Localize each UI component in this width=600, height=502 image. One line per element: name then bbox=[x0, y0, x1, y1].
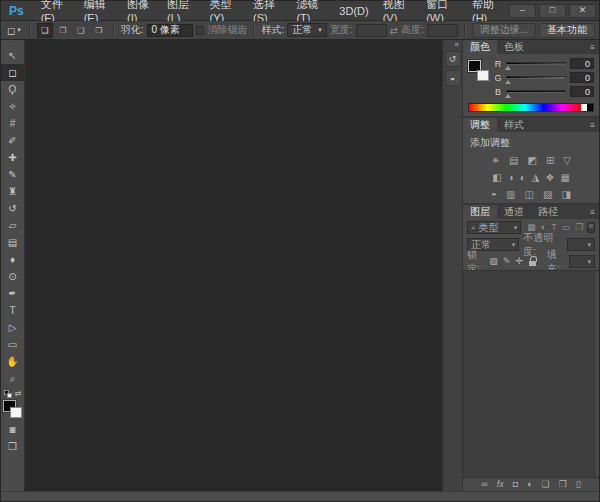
feather-input[interactable]: 0 像素 bbox=[147, 24, 194, 37]
healing-brush-tool[interactable]: ✚ bbox=[1, 149, 24, 166]
style-select[interactable]: 正常 ▾ bbox=[287, 23, 327, 37]
layer-filter-kind-select[interactable]: ⌕ 类型 ▾ bbox=[467, 221, 521, 234]
layer-style-button[interactable]: fx bbox=[497, 480, 504, 489]
black-white-icon[interactable]: ◐ bbox=[520, 173, 526, 183]
maximize-button[interactable]: □ bbox=[539, 4, 566, 18]
channel-value-input[interactable]: 0 bbox=[570, 86, 594, 97]
new-layer-button[interactable]: ❐ bbox=[559, 480, 567, 489]
zoom-tool[interactable]: ⌕ bbox=[1, 370, 24, 387]
toolbar-grip[interactable]: ∙∙∙∙ bbox=[1, 40, 24, 47]
intersect-selection-button[interactable]: ❒ bbox=[91, 23, 107, 38]
screen-mode-button[interactable]: ❐ bbox=[8, 438, 17, 454]
panel-color-swatches[interactable] bbox=[468, 60, 489, 81]
tab-adjustments[interactable]: 调整 bbox=[463, 118, 497, 132]
default-colors-icon[interactable] bbox=[4, 390, 12, 398]
dodge-tool[interactable]: ⊙ bbox=[1, 268, 24, 285]
color-panel-menu-icon[interactable]: ≡ bbox=[586, 40, 599, 54]
eyedropper-tool[interactable]: ✐ bbox=[1, 132, 24, 149]
rect-marquee-tool[interactable]: ◻ bbox=[1, 64, 24, 81]
brightness-contrast-icon[interactable]: ☀ bbox=[491, 156, 500, 166]
exposure-icon[interactable]: ⊞ bbox=[546, 156, 554, 166]
workspace-button[interactable]: 基本功能 bbox=[539, 23, 595, 38]
expand-panels-icon[interactable]: « bbox=[455, 40, 462, 51]
new-selection-button[interactable]: ❏ bbox=[37, 23, 53, 38]
hue-saturation-icon[interactable]: ◧ bbox=[492, 173, 501, 183]
filter-smart-objects-icon[interactable]: ❐ bbox=[575, 223, 583, 232]
crop-tool[interactable]: # bbox=[1, 115, 24, 132]
menu-3d[interactable]: 3D(D) bbox=[332, 1, 375, 20]
fill-input[interactable]: ▾ bbox=[569, 255, 595, 268]
tool-preset-picker[interactable]: ◻ ▾ bbox=[5, 25, 23, 36]
quick-mask-button[interactable]: ◙ bbox=[9, 421, 15, 437]
color-spectrum-ramp[interactable] bbox=[468, 103, 594, 112]
channel-value-input[interactable]: 0 bbox=[570, 58, 594, 69]
color-balance-icon[interactable]: ◑ bbox=[508, 173, 514, 183]
background-color-swatch[interactable] bbox=[477, 70, 489, 81]
delete-layer-button[interactable]: ▯ bbox=[576, 480, 581, 489]
hand-tool[interactable]: ✋ bbox=[1, 353, 24, 370]
vibrance-icon[interactable]: ▽ bbox=[563, 156, 571, 166]
menu-select[interactable]: 选择(S) bbox=[246, 1, 289, 20]
path-selection-tool[interactable]: ▷ bbox=[1, 319, 24, 336]
adjustment-layer-button[interactable]: ◐ bbox=[527, 480, 532, 489]
add-to-selection-button[interactable]: ❐ bbox=[55, 23, 71, 38]
lasso-tool[interactable]: Ϙ bbox=[1, 81, 24, 98]
menu-window[interactable]: 窗口(W) bbox=[419, 1, 465, 20]
move-tool[interactable]: ↖ bbox=[1, 47, 24, 64]
tab-color[interactable]: 颜色 bbox=[463, 40, 497, 54]
subtract-selection-button[interactable]: ❑ bbox=[73, 23, 89, 38]
tab-channels[interactable]: 通道 bbox=[497, 205, 531, 219]
shape-tool[interactable]: ▭ bbox=[1, 336, 24, 353]
menu-view[interactable]: 视图(V) bbox=[376, 1, 419, 20]
quick-selection-tool[interactable]: ✧ bbox=[1, 98, 24, 115]
properties-panel-icon[interactable]: ◒ bbox=[445, 70, 461, 86]
tab-paths[interactable]: 路径 bbox=[531, 205, 565, 219]
clone-stamp-tool[interactable]: ♜ bbox=[1, 183, 24, 200]
gradient-map-icon[interactable]: ▨ bbox=[543, 190, 552, 200]
photo-filter-icon[interactable]: ◮ bbox=[532, 173, 540, 183]
height-input[interactable] bbox=[427, 24, 458, 37]
channel-slider[interactable] bbox=[506, 76, 566, 79]
background-color-swatch[interactable] bbox=[10, 407, 22, 418]
foreground-background-swatches[interactable] bbox=[3, 400, 22, 418]
tab-swatches[interactable]: 色板 bbox=[497, 40, 531, 54]
black-swatch[interactable] bbox=[587, 104, 593, 111]
history-brush-tool[interactable]: ↺ bbox=[1, 200, 24, 217]
gradient-tool[interactable]: ▤ bbox=[1, 234, 24, 251]
type-tool[interactable]: T bbox=[1, 302, 24, 319]
levels-icon[interactable]: ▤ bbox=[509, 156, 518, 166]
lock-position-icon[interactable]: ✛ bbox=[515, 257, 523, 266]
channel-value-input[interactable]: 0 bbox=[570, 72, 594, 83]
menu-image[interactable]: 图像(I) bbox=[120, 1, 160, 20]
layer-mask-button[interactable]: ◘ bbox=[513, 480, 518, 489]
lock-pixels-icon[interactable]: ✎ bbox=[503, 257, 511, 266]
invert-icon[interactable]: ◓ bbox=[491, 190, 497, 200]
color-lookup-icon[interactable]: ▦ bbox=[560, 173, 569, 183]
adjustments-panel-menu-icon[interactable]: ≡ bbox=[586, 118, 599, 132]
threshold-icon[interactable]: ◫ bbox=[525, 190, 534, 200]
posterize-icon[interactable]: ▥ bbox=[506, 190, 515, 200]
lock-all-icon[interactable] bbox=[528, 256, 537, 267]
blur-tool[interactable]: ♦ bbox=[1, 251, 24, 268]
menu-edit[interactable]: 编辑(E) bbox=[77, 1, 120, 20]
eraser-tool[interactable]: ▱ bbox=[1, 217, 24, 234]
brush-tool[interactable]: ✎ bbox=[1, 166, 24, 183]
menu-help[interactable]: 帮助(H) bbox=[465, 1, 509, 20]
channel-slider[interactable] bbox=[506, 62, 566, 65]
selective-color-icon[interactable]: ◨ bbox=[561, 190, 570, 200]
layers-scrollbar[interactable] bbox=[594, 271, 599, 477]
menu-file[interactable]: 文件(F) bbox=[34, 1, 77, 20]
pen-tool[interactable]: ✒ bbox=[1, 285, 24, 302]
refine-edge-button[interactable]: 调整边缘... bbox=[472, 23, 536, 38]
layer-filter-toggle[interactable] bbox=[587, 222, 595, 233]
history-panel-icon[interactable]: ↺ bbox=[445, 51, 461, 67]
width-input[interactable] bbox=[356, 24, 387, 37]
antialias-checkbox[interactable] bbox=[196, 26, 204, 35]
spectrum-gradient[interactable] bbox=[469, 104, 581, 111]
lock-transparency-icon[interactable]: ▨ bbox=[489, 257, 498, 266]
curves-icon[interactable]: ◩ bbox=[527, 156, 536, 166]
channel-mixer-icon[interactable]: ❖ bbox=[545, 173, 554, 183]
close-button[interactable]: ✕ bbox=[569, 4, 596, 18]
channel-slider[interactable] bbox=[506, 90, 566, 93]
tab-layers[interactable]: 图层 bbox=[463, 205, 497, 219]
